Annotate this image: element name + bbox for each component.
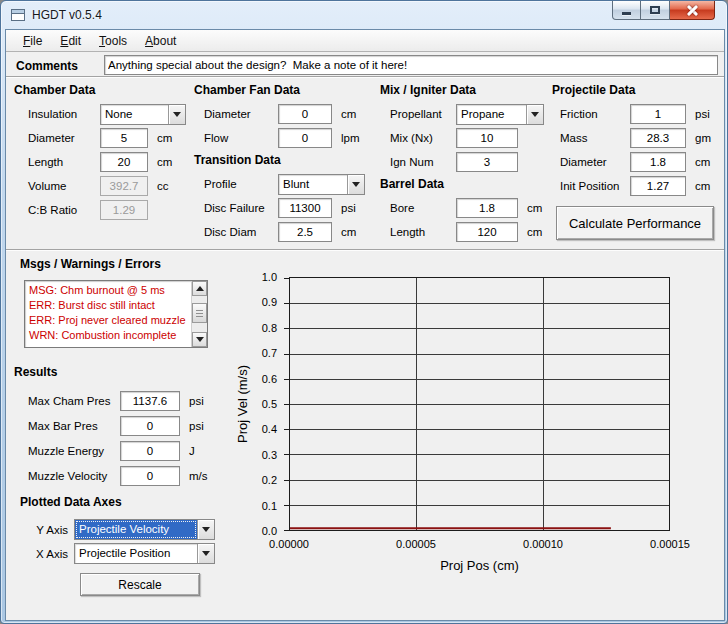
arrow-up-icon (196, 286, 204, 291)
chart-x-axis-title: Proj Pos (cm) (289, 558, 670, 573)
fan-diameter-input[interactable] (278, 104, 332, 124)
ign-num-label: Ign Num (390, 156, 456, 168)
ign-num-input[interactable] (456, 152, 518, 172)
message-line: ERR: Proj never cleared muzzle (29, 313, 191, 328)
friction-label: Friction (560, 108, 630, 120)
mix-igniter-section: Mix / Igniter Data Propellant Propane Mi… (380, 80, 552, 244)
menu-file[interactable]: File (14, 32, 51, 50)
y-tick-label: 0.3 (231, 449, 277, 461)
arrow-down-icon (196, 337, 204, 342)
chamber-volume-label: Volume (28, 180, 100, 192)
chevron-down-icon (202, 551, 210, 556)
profile-row: Profile Blunt (194, 172, 380, 196)
message-line: WRN: Combustion incomplete (29, 328, 191, 343)
chevron-down-icon (173, 112, 181, 117)
messages-scrollbar[interactable] (191, 281, 207, 347)
rescale-button[interactable]: Rescale (80, 573, 200, 596)
muzzle-energy-label: Muzzle Energy (28, 445, 120, 457)
chevron-down-icon (352, 182, 360, 187)
x-axis-dropdown[interactable]: Projectile Position (74, 543, 215, 564)
proj-diameter-unit: cm (695, 156, 710, 168)
insulation-label: Insulation (28, 108, 100, 120)
comments-input[interactable] (104, 55, 718, 75)
mix-nx-label: Mix (Nx) (390, 132, 456, 144)
init-position-input[interactable] (630, 176, 686, 196)
proj-diameter-input[interactable] (630, 152, 686, 172)
maximize-button[interactable] (641, 1, 670, 20)
y-tick-label: 0.5 (231, 398, 277, 410)
messages-listbox[interactable]: MSG: Chm burnout @ 5 ms ERR: Burst disc … (24, 280, 208, 348)
insulation-dropdown[interactable]: None (100, 104, 186, 125)
barrel-length-unit: cm (527, 226, 542, 238)
insulation-row: Insulation None (14, 102, 192, 126)
friction-unit: psi (695, 108, 710, 120)
x-axis-row: X Axis Projectile Position (26, 543, 215, 564)
bore-unit: cm (527, 202, 542, 214)
minimize-button[interactable] (612, 1, 641, 20)
bore-input[interactable] (456, 198, 518, 218)
chart-series (290, 278, 669, 530)
comments-label: Comments (16, 59, 78, 73)
ign-num-row: Ign Num (380, 150, 552, 174)
fan-diameter-row: Diameter cm (194, 102, 380, 126)
calculate-performance-button[interactable]: Calculate Performance (556, 206, 714, 240)
barrel-length-input[interactable] (456, 222, 518, 242)
scroll-down-button[interactable] (192, 332, 207, 347)
y-tick-label: 0.9 (231, 296, 277, 308)
mix-nx-input[interactable] (456, 128, 518, 148)
x-tick-label: 0.00005 (381, 538, 451, 550)
app-icon (11, 9, 25, 21)
proj-diameter-label: Diameter (560, 156, 630, 168)
max-cham-pres-row: Max Cham Pres psi (28, 388, 248, 413)
max-cham-pres-label: Max Cham Pres (28, 395, 120, 407)
menu-tools[interactable]: Tools (90, 32, 136, 50)
disc-diam-label: Disc Diam (204, 226, 278, 238)
cb-ratio-row: C:B Ratio (14, 198, 192, 222)
menu-about[interactable]: About (136, 32, 185, 50)
cb-ratio-output (100, 200, 148, 220)
minimize-icon (622, 12, 631, 15)
fan-diameter-label: Diameter (204, 108, 278, 120)
disc-failure-unit: psi (341, 202, 356, 214)
disc-failure-label: Disc Failure (204, 202, 278, 214)
disc-diam-input[interactable] (278, 222, 332, 242)
mass-input[interactable] (630, 128, 686, 148)
friction-input[interactable] (630, 104, 686, 124)
init-position-unit: cm (695, 180, 710, 192)
profile-dropdown[interactable]: Blunt (278, 174, 365, 195)
close-icon (687, 5, 698, 16)
chamber-length-row: Length cm (14, 150, 192, 174)
chamber-volume-unit: cc (157, 180, 169, 192)
fan-flow-input[interactable] (278, 128, 332, 148)
propellant-dropdown[interactable]: Propane (456, 104, 544, 125)
chamber-data-section: Chamber Data Insulation None Diameter cm… (14, 80, 192, 222)
chamber-volume-row: Volume cc (14, 174, 192, 198)
chamber-diameter-input[interactable] (100, 128, 148, 148)
y-axis-dropdown[interactable]: Projectile Velocity (74, 519, 215, 540)
muzzle-velocity-unit: m/s (189, 470, 208, 482)
propellant-label: Propellant (390, 108, 456, 120)
window-title: HGDT v0.5.4 (32, 8, 102, 22)
transition-data-title: Transition Data (194, 150, 380, 172)
chamber-fan-section: Chamber Fan Data Diameter cm Flow lpm Tr… (194, 80, 380, 244)
scroll-up-button[interactable] (192, 281, 207, 296)
mix-nx-row: Mix (Nx) (380, 126, 552, 150)
fan-diameter-unit: cm (341, 108, 356, 120)
close-button[interactable] (670, 1, 715, 20)
caption-buttons (612, 1, 715, 20)
menu-bar: File Edit Tools About (6, 30, 724, 52)
barrel-length-label: Length (390, 226, 456, 238)
chamber-diameter-unit: cm (157, 132, 172, 144)
menu-edit[interactable]: Edit (51, 32, 90, 50)
cb-ratio-label: C:B Ratio (28, 204, 100, 216)
chamber-data-title: Chamber Data (14, 80, 192, 102)
bore-label: Bore (390, 202, 456, 214)
disc-failure-input[interactable] (278, 198, 332, 218)
chamber-length-input[interactable] (100, 152, 148, 172)
y-tick-label: 1.0 (231, 271, 277, 283)
title-bar[interactable]: HGDT v0.5.4 (1, 1, 727, 29)
chamber-fan-title: Chamber Fan Data (194, 80, 380, 102)
max-bar-pres-label: Max Bar Pres (28, 420, 120, 432)
scroll-thumb[interactable] (192, 303, 207, 323)
message-line: MSG: Chm burnout @ 5 ms (29, 283, 191, 298)
